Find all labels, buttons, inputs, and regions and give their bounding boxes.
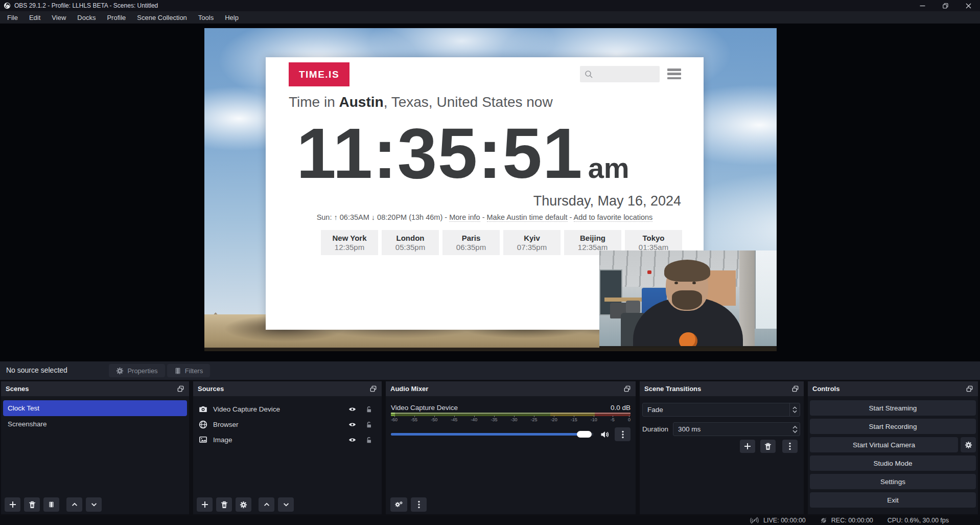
cpu-fps-stats: CPU: 0.6%, 30.00 fps: [888, 517, 949, 524]
search-icon: [585, 70, 593, 79]
gear-icon: [116, 367, 124, 375]
start-virtual-camera-button[interactable]: Start Virtual Camera: [810, 437, 958, 452]
menu-edit[interactable]: Edit: [24, 11, 46, 24]
add-source-button[interactable]: [197, 497, 213, 512]
popout-icon: [623, 385, 631, 393]
restore-button[interactable]: [934, 0, 957, 11]
source-row-image[interactable]: Image: [193, 432, 382, 447]
clock-ampm: am: [588, 154, 629, 182]
mixer-menu-button[interactable]: [411, 497, 427, 512]
scene-filters-button[interactable]: [43, 497, 59, 512]
menu-docks[interactable]: Docks: [72, 11, 101, 24]
timeis-logo: TIME.IS: [289, 62, 349, 86]
start-streaming-button[interactable]: Start Streaming: [810, 400, 976, 416]
close-button[interactable]: [957, 0, 980, 11]
eye-icon[interactable]: [348, 436, 357, 444]
timeis-date: Thursday, May 16, 2024: [533, 193, 681, 209]
spin-down-button[interactable]: [792, 430, 798, 433]
obs-logo-icon: [4, 2, 11, 9]
volume-meter: [391, 413, 631, 416]
sources-toolbar: [197, 497, 294, 512]
unlock-icon[interactable]: [365, 405, 372, 413]
link-add-favorite: Add to favorite locations: [574, 213, 653, 222]
transition-select[interactable]: Fade: [642, 403, 800, 417]
scene-item-screenshare[interactable]: Screenshare: [3, 416, 187, 432]
duration-spinbox[interactable]: 300 ms: [673, 422, 800, 436]
menu-scene-collection[interactable]: Scene Collection: [131, 11, 193, 24]
sources-header: Sources: [193, 381, 382, 396]
scene-transitions-panel: Scene Transitions Fade Duration 300 ms: [640, 381, 804, 514]
volume-slider[interactable]: [391, 433, 593, 436]
scenes-panel: Scenes Clock Test Screenshare: [1, 381, 189, 514]
mixer-channel-name: Video Capture Device: [391, 404, 458, 412]
menu-view[interactable]: View: [46, 11, 72, 24]
controls-header: Controls: [808, 381, 978, 396]
volume-slider-handle[interactable]: [577, 431, 592, 438]
city-box: Kyiv07:35pm: [503, 230, 561, 255]
remove-scene-button[interactable]: [24, 497, 40, 512]
minimize-button[interactable]: [911, 0, 934, 11]
menu-file[interactable]: File: [2, 11, 24, 24]
popout-icon: [791, 385, 799, 393]
menubar: File Edit View Docks Profile Scene Colle…: [0, 11, 980, 24]
globe-icon: [199, 420, 207, 429]
chevron-updown-icon: [789, 403, 800, 416]
speaker-icon[interactable]: [600, 430, 610, 439]
add-transition-button[interactable]: [740, 440, 755, 453]
link-make-default: Make Austin time default: [487, 213, 568, 222]
menu-help[interactable]: Help: [219, 11, 244, 24]
spin-up-button[interactable]: [792, 426, 798, 429]
start-recording-button[interactable]: Start Recording: [810, 419, 976, 434]
studio-mode-button[interactable]: Studio Mode: [810, 455, 976, 471]
source-properties-button[interactable]: [236, 497, 251, 512]
titlebar: OBS 29.1.2 - Profile: LLHLS BETA - Scene…: [0, 0, 980, 11]
move-source-down-button[interactable]: [278, 497, 294, 512]
menu-profile[interactable]: Profile: [101, 11, 131, 24]
transitions-toolbar: [740, 440, 798, 453]
timeis-heading: Time in Austin, Texas, United States now: [289, 94, 553, 110]
scenes-toolbar: [5, 497, 102, 512]
menu-icon: [667, 69, 681, 79]
timeis-search-box: [580, 66, 660, 82]
settings-button[interactable]: Settings: [810, 474, 976, 489]
scene-item-clock-test[interactable]: Clock Test: [3, 400, 187, 416]
statusbar: LIVE: 00:00:00 REC: 00:00:00 CPU: 0.6%, …: [0, 516, 980, 525]
menu-tools[interactable]: Tools: [193, 11, 219, 24]
live-off-icon: [750, 517, 759, 524]
scene-transitions-header: Scene Transitions: [640, 381, 804, 396]
timeis-clock: 11:35:51 am: [296, 118, 629, 189]
window-controls: [911, 0, 980, 11]
dock-area: Scenes Clock Test Screenshare Sources: [0, 380, 980, 516]
add-scene-button[interactable]: [5, 497, 20, 512]
virtual-camera-config-button[interactable]: [961, 437, 976, 452]
image-icon: [199, 436, 207, 444]
eye-icon[interactable]: [348, 405, 357, 413]
unlock-icon[interactable]: [365, 421, 372, 428]
mixer-level-db: 0.0 dB: [611, 404, 631, 412]
advanced-audio-button[interactable]: [390, 497, 407, 512]
remove-source-button[interactable]: [216, 497, 232, 512]
exit-button[interactable]: Exit: [810, 492, 976, 508]
transition-menu-button[interactable]: [782, 440, 798, 453]
source-row-video-capture[interactable]: Video Capture Device: [193, 401, 382, 417]
mixer-channel-menu-button[interactable]: [615, 427, 631, 441]
scenes-header: Scenes: [1, 381, 189, 396]
city-box: New York12:35pm: [321, 230, 378, 255]
unlock-icon[interactable]: [365, 436, 372, 444]
properties-button[interactable]: Properties: [109, 364, 165, 377]
webcam-source[interactable]: [599, 250, 777, 351]
remove-transition-button[interactable]: [760, 440, 776, 453]
filters-button[interactable]: Filters: [167, 364, 210, 377]
popout-icon: [966, 385, 973, 393]
city-box: Paris06:35pm: [442, 230, 500, 255]
eye-icon[interactable]: [348, 421, 357, 428]
preview-canvas[interactable]: TIME.IS Time in Austin, Texas, United St…: [204, 28, 777, 351]
source-row-browser[interactable]: Browser: [193, 417, 382, 432]
live-time: LIVE: 00:00:00: [763, 517, 806, 524]
rec-time: REC: 00:00:00: [831, 517, 873, 524]
move-scene-up-button[interactable]: [66, 497, 82, 512]
move-source-up-button[interactable]: [259, 497, 274, 512]
camera-icon: [199, 405, 207, 413]
move-scene-down-button[interactable]: [86, 497, 102, 512]
link-more-info: More info: [449, 213, 480, 222]
